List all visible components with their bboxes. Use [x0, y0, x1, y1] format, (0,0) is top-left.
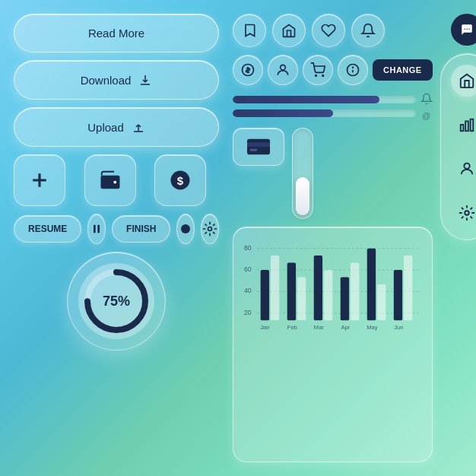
dollar-button[interactable]: $	[154, 154, 206, 206]
home-button[interactable]	[272, 14, 306, 47]
nav-chart-icon	[459, 116, 475, 133]
plus-button[interactable]	[14, 154, 65, 206]
record-button[interactable]	[176, 214, 195, 244]
progress-bar-1-track	[233, 96, 416, 103]
bookmark-button[interactable]	[233, 14, 266, 47]
download-button[interactable]: Download	[14, 60, 219, 100]
progress-circle: 75%	[67, 252, 166, 351]
nav-person-button[interactable]	[451, 153, 476, 185]
vertical-slider[interactable]	[292, 128, 313, 219]
finish-button[interactable]: FINISH	[112, 215, 170, 243]
cart-action-button[interactable]	[303, 55, 333, 85]
x-label-mar: Mar	[314, 324, 325, 331]
settings-icon	[202, 221, 217, 236]
svg-point-27	[465, 211, 469, 215]
bar-mar-2	[324, 270, 332, 320]
bell-icon	[360, 23, 376, 38]
y-label-80: 80	[244, 244, 252, 252]
cart-action-icon	[310, 62, 325, 78]
bar-apr-1	[341, 277, 349, 320]
progress-bar-2-fill	[233, 109, 333, 117]
svg-rect-5	[98, 225, 100, 233]
credit-card-button[interactable]	[233, 128, 284, 166]
change-button[interactable]: CHANGE	[373, 59, 433, 81]
main-container: Read More Download Upload	[0, 0, 476, 476]
svg-point-20	[464, 29, 465, 30]
x-label-apr: Apr	[341, 324, 350, 331]
bookmark-icon	[242, 23, 257, 38]
dollar-circle-icon: $	[169, 169, 192, 192]
x-label-jun: Jun	[394, 324, 403, 331]
upload-icon	[132, 120, 145, 134]
nav-person-icon	[459, 160, 475, 177]
chat-section	[440, 14, 476, 46]
bar-feb-2	[297, 277, 306, 320]
bar-feb-1	[287, 263, 296, 321]
middle-column: CHANGE @	[227, 14, 433, 462]
svg-point-1	[113, 181, 116, 184]
pause-button[interactable]	[87, 214, 106, 244]
svg-point-7	[208, 227, 212, 231]
chart-container: 80 60 40 20	[233, 227, 433, 462]
bar-apr-2	[351, 263, 359, 321]
wallet-button[interactable]	[84, 154, 136, 206]
settings-button[interactable]	[201, 214, 219, 244]
icon-grid: $	[14, 154, 219, 206]
heart-button[interactable]	[312, 14, 345, 47]
svg-point-11	[281, 65, 286, 70]
plus-icon	[28, 169, 51, 192]
bar-jun-1	[394, 270, 402, 320]
pause-icon	[90, 223, 103, 235]
resume-button[interactable]: RESUME	[14, 215, 81, 243]
svg-text:$: $	[177, 174, 184, 187]
nav-chart-button[interactable]	[451, 109, 476, 141]
progress-bar-2-track	[233, 109, 416, 117]
nav-home-button[interactable]	[451, 65, 476, 97]
credit-card-icon	[247, 135, 270, 158]
upload-label: Upload	[87, 121, 124, 134]
media-controls: RESUME FINISH	[14, 214, 219, 244]
bar-may-2	[377, 284, 386, 320]
slider-row	[233, 128, 433, 219]
read-more-label: Read More	[88, 27, 144, 40]
svg-rect-4	[94, 225, 96, 233]
progress-bars-section: @	[233, 93, 433, 120]
progress-inner: 75%	[78, 263, 154, 339]
svg-rect-25	[470, 119, 473, 132]
nav-settings-button[interactable]	[451, 197, 476, 229]
svg-rect-23	[460, 125, 463, 131]
user-action-icon	[275, 62, 290, 78]
nav-settings-icon	[459, 205, 475, 221]
nav-panel	[440, 53, 476, 240]
svg-point-6	[181, 224, 190, 233]
right-column	[440, 14, 476, 462]
svg-point-22	[468, 29, 470, 30]
download-icon	[138, 73, 152, 87]
bar-jan-1	[261, 270, 269, 320]
svg-point-12	[316, 75, 317, 77]
bar-chart: 80 60 40 20	[243, 236, 423, 358]
info-action-icon	[345, 62, 360, 78]
read-more-button[interactable]: Read More	[14, 14, 219, 52]
chat-button[interactable]	[451, 14, 476, 46]
bell-button[interactable]	[351, 14, 385, 47]
bell-small-icon	[420, 93, 433, 105]
action-row: CHANGE	[233, 55, 433, 85]
slider-track	[292, 128, 313, 219]
user-action-button[interactable]	[268, 55, 298, 85]
dollar-action-icon	[240, 62, 255, 78]
download-label: Download	[81, 74, 132, 87]
slider-thumb[interactable]	[296, 177, 309, 215]
upload-button[interactable]: Upload	[14, 107, 219, 147]
nav-home-icon	[459, 72, 475, 89]
bar-jan-2	[271, 255, 279, 320]
bar-jun-2	[404, 255, 412, 320]
progress-side-icons: @	[420, 93, 433, 120]
dollar-action-button[interactable]	[233, 55, 263, 85]
bar-mar-1	[314, 255, 322, 320]
heart-icon	[321, 23, 336, 38]
home-icon	[281, 23, 297, 38]
wallet-icon	[99, 169, 122, 192]
info-action-button[interactable]	[338, 55, 368, 85]
x-label-jan: Jan	[260, 324, 269, 331]
